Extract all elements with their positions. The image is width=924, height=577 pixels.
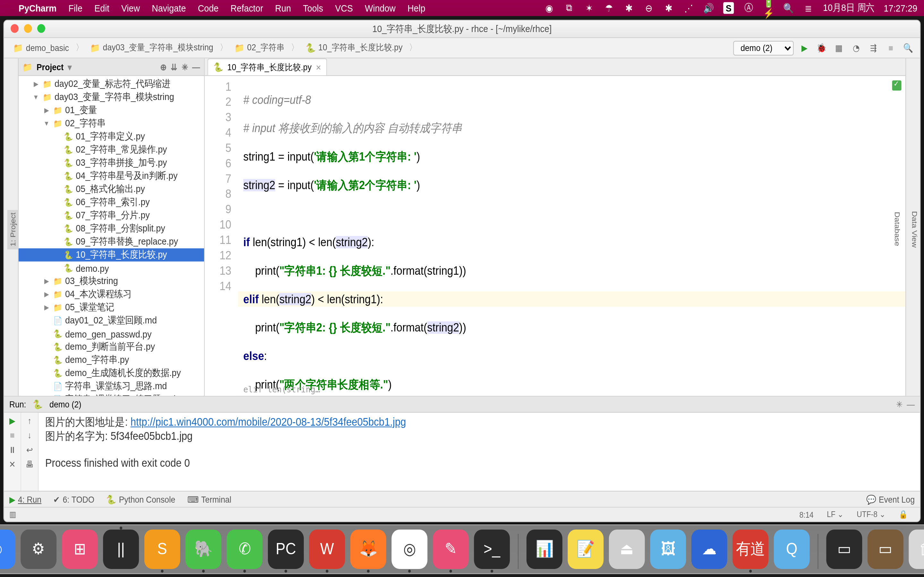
tree-item[interactable]: 🐍demo_gen_passwd.py [19,327,204,340]
battery-icon[interactable]: 🔋⚡ [763,2,774,14]
tree-item[interactable]: ▶📁03_模块string [19,275,204,288]
tree-item[interactable]: 🐍04_字符串星号及in判断.py [19,169,204,183]
dock-terminal[interactable]: >_ [474,530,510,569]
tree-item[interactable]: 🐍demo_字符串.py [19,354,204,367]
dock-snap[interactable]: ⏏ [609,530,645,569]
crumb-2[interactable]: 📁02_字符串 [231,40,288,55]
search-everywhere-button[interactable]: 🔍 [901,40,915,55]
tab-data-view[interactable]: Data View [909,208,920,250]
tree-item[interactable]: 🐍06_字符串_索引.py [19,196,204,209]
dock-chrome[interactable]: ◎ [391,530,427,569]
umbrella-icon[interactable]: ☂ [604,2,614,14]
dock-sublime[interactable]: S [144,530,180,569]
bottom-todo[interactable]: ✔6: TODO [53,494,94,504]
cursor-position[interactable]: 8:14 [793,510,821,519]
run-hide-icon[interactable]: — [907,399,915,409]
control-center-icon[interactable]: ≣ [803,2,814,14]
tree-item[interactable]: 🐍01_字符串定义.py [19,130,204,143]
tree-item[interactable]: 🐍10_字符串_长度比较.py [19,248,204,261]
record-icon[interactable]: ◉ [544,2,554,14]
menu-vcs[interactable]: VCS [335,3,353,13]
bottom-event-log[interactable]: 💬Event Log [866,494,915,504]
coverage-button[interactable]: ▦ [832,40,845,55]
dock-finder[interactable]: ☺ [0,530,15,569]
lock-icon[interactable]: 🔒 [892,510,915,519]
bottom-terminal[interactable]: ⌨Terminal [187,494,231,504]
maximize-button[interactable] [37,24,45,33]
dock-launchpad[interactable]: ⊞ [62,530,98,569]
menu-navigate[interactable]: Navigate [152,3,186,13]
tree-item[interactable]: 🐍07_字符串_分片.py [19,209,204,222]
dock-settings[interactable]: ⚙ [21,530,57,569]
tree-item[interactable]: 📄字符串_课堂练习_练习题.md [19,393,204,396]
dock-zoom[interactable]: ☁ [691,530,727,569]
tree-item[interactable]: 🐍demo_判断当前平台.py [19,340,204,354]
dock-preview[interactable]: 🖼 [650,530,686,569]
bottom-run[interactable]: ▶4: Run [9,494,41,504]
close-button[interactable] [11,24,19,33]
menubar-time[interactable]: 17:27:29 [884,3,917,13]
settings-icon[interactable]: ✳ [182,62,188,72]
dock-parallels[interactable]: || [103,530,139,569]
file-encoding[interactable]: UTF-8 ⌄ [850,510,892,519]
dock-activity[interactable]: 📊 [527,530,562,569]
tree-item[interactable]: ▼📁day03_变量_字符串_模块string [19,91,204,104]
evernote-tray-icon[interactable]: ✶ [583,2,594,14]
tree-item[interactable]: ▶📁04_本次课程练习 [19,288,204,301]
collapse-all-icon[interactable]: ⇊ [171,62,178,72]
console-link[interactable]: http://pic1.win4000.com/mobile/2020-08-1… [131,416,406,428]
profile-button[interactable]: ◔ [850,40,863,55]
tree-item[interactable]: ▶📁05_课堂笔记 [19,301,204,314]
menu-file[interactable]: File [69,3,82,13]
pause-icon[interactable]: ⏸ [8,445,16,455]
crumb-3[interactable]: 🐍10_字符串_长度比较.py [302,40,407,55]
menubar-date[interactable]: 10月8日 周六 [823,2,874,15]
tree-item[interactable]: 🐍08_字符串_分割split.py [19,222,204,235]
bottom-python-console[interactable]: 🐍Python Console [106,494,175,504]
code-body[interactable]: # coding=utf-8 # input 将接收到的输入的内容 自动转成字符… [238,76,905,396]
tab-project[interactable]: 1: Project [7,210,18,249]
tree-item[interactable]: 🐍03_字符串拼接_加号.py [19,156,204,169]
debug-button[interactable]: 🐞 [815,40,828,55]
line-separator[interactable]: LF ⌄ [820,510,850,519]
menu-edit[interactable]: Edit [94,3,109,13]
print-icon[interactable]: 🖶 [26,459,34,470]
menu-run[interactable]: Run [275,3,291,13]
status-windows-icon[interactable]: ▥ [9,510,16,519]
crumb-0[interactable]: 📁demo_basic [9,41,73,55]
tree-item[interactable]: 🐍02_字符串_常见操作.py [19,143,204,156]
run-button[interactable]: ▶ [798,40,811,55]
dock-quicktime[interactable]: Q [774,530,810,569]
up-icon[interactable]: ↑ [27,416,31,426]
dock-wps[interactable]: W [309,530,345,569]
editor-tab[interactable]: 🐍10_字符串_长度比较.py ✕ [207,58,326,75]
dock-pycharm[interactable]: PC [268,530,304,569]
menu-help[interactable]: Help [407,3,425,13]
run-console[interactable]: 图片的大图地址是: http://pic1.win4000.com/mobile… [39,413,920,491]
hide-panel-icon[interactable]: — [192,62,200,72]
soft-wrap-icon[interactable]: ↩ [26,445,33,455]
menu-view[interactable]: View [121,3,140,13]
wifi-icon[interactable]: ⋰ [683,2,694,14]
dnd-icon[interactable]: ⊖ [644,2,654,14]
close-tab-icon[interactable]: ✕ [316,63,321,71]
globe-icon[interactable]: ✱ [624,2,634,14]
menu-window[interactable]: Window [365,3,396,13]
code-editor[interactable]: 1234567891011121314 # coding=utf-8 # inp… [205,76,905,396]
tree-item[interactable]: 🐍05_格式化输出.py [19,183,204,196]
project-tree[interactable]: ▶📁day02_变量_标志符_代码缩进▼📁day03_变量_字符串_模块stri… [19,76,204,396]
tree-item[interactable]: ▼📁02_字符串 [19,117,204,130]
tree-item[interactable]: 📄字符串_课堂练习_思路.md [19,380,204,393]
run-config-select[interactable]: demo (2) [733,40,794,55]
dock-wechat[interactable]: ✆ [227,530,263,569]
dock-evernote[interactable]: 🐘 [186,530,221,569]
dock-youdao[interactable]: 有道 [732,530,768,569]
tree-item[interactable]: ▶📁day02_变量_标志符_代码缩进 [19,77,204,91]
tree-item[interactable]: 🐍09_字符串替换_replace.py [19,235,204,248]
dock-firefox[interactable]: 🦊 [351,530,386,569]
spotlight-icon[interactable]: 🔍 [783,2,794,14]
dock-doc1[interactable]: ▭ [826,530,862,569]
stop-button[interactable]: ■ [884,40,897,55]
crumb-1[interactable]: 📁day03_变量_字符串_模块string [86,40,217,55]
scroll-from-source-icon[interactable]: ⊕ [160,62,167,72]
